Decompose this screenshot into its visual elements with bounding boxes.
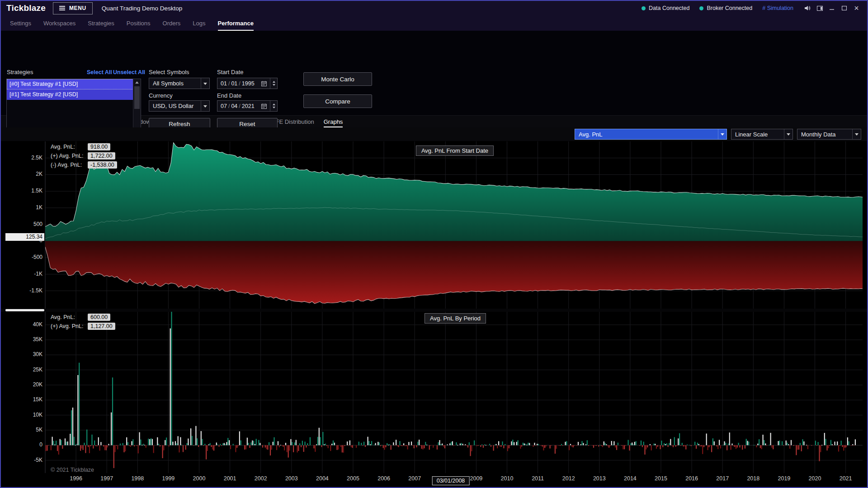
legend-label: (+) Avg. PnL: (51, 153, 88, 159)
legend-row: Avg. PnL: 600.00 (51, 313, 115, 322)
copyright-watermark: © 2021 Tickblaze (51, 467, 94, 473)
avg-pnl-area-series (45, 143, 863, 304)
charts-canvas (1, 1, 868, 488)
splitter-handle[interactable] (5, 309, 44, 311)
crosshair-y-value-badge: 125.34 (5, 233, 44, 241)
app-window: Tickblaze MENU Quant Trading Demo Deskto… (0, 0, 868, 488)
legend-value: 1,127.00 (88, 323, 115, 330)
lower-chart-title: Avg. PnL By Period (425, 313, 486, 324)
legend-value: 1,722.00 (88, 152, 115, 160)
legend-label: Avg. PnL: (51, 314, 88, 320)
legend-label: Avg. PnL: (51, 144, 88, 150)
legend-label: (-) Avg. PnL: (51, 162, 88, 168)
legend-value: 600.00 (88, 314, 110, 321)
lower-chart-gridlines (45, 312, 863, 473)
legend-row: (-) Avg. PnL: -1,538.00 (51, 160, 117, 169)
legend-row: Avg. PnL: 918.00 (51, 142, 117, 151)
crosshair-date-badge: 03/01/2008 (432, 476, 470, 485)
upper-chart-title: Avg. PnL From Start Date (416, 145, 494, 156)
legend-row: (+) Avg. PnL: 1,722.00 (51, 151, 117, 160)
avg-pnl-bar-series (44, 311, 856, 468)
upper-chart-legend: Avg. PnL: 918.00 (+) Avg. PnL: 1,722.00 … (51, 142, 117, 169)
legend-label: (+) Avg. PnL: (51, 323, 88, 329)
lower-chart-legend: Avg. PnL: 600.00 (+) Avg. PnL: 1,127.00 (51, 313, 115, 331)
legend-value: 918.00 (88, 143, 110, 150)
legend-row: (+) Avg. PnL: 1,127.00 (51, 322, 115, 331)
legend-value: -1,538.00 (88, 161, 117, 169)
chart-splitter[interactable] (1, 309, 867, 312)
